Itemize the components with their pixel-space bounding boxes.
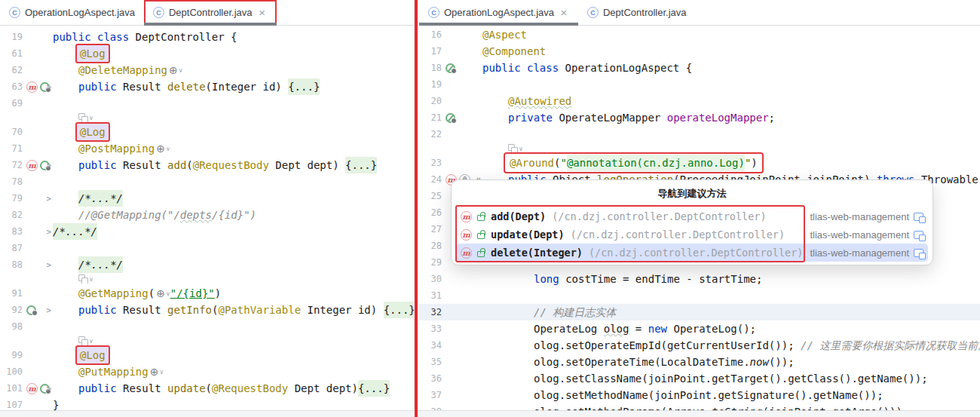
gutter: 20 bbox=[419, 93, 482, 109]
fold-marker[interactable]: > bbox=[46, 305, 51, 315]
fold-marker[interactable]: > bbox=[46, 384, 51, 394]
code-vision-icon[interactable] bbox=[78, 274, 88, 284]
gutter: 34 bbox=[419, 337, 482, 354]
code-line[interactable]: 33OperateLog olog = new OperateLog(); bbox=[419, 320, 980, 337]
code-line[interactable]: 16@Aspect bbox=[419, 26, 980, 43]
popup-method-row[interactable]: mdelete(Integer)(/cn.dzj.controller.Dept… bbox=[456, 244, 928, 262]
line-number: 28 bbox=[419, 241, 442, 251]
line-number: 34 bbox=[419, 340, 442, 351]
public-key-icon bbox=[477, 248, 485, 258]
chevron-down-icon[interactable]: ∨ bbox=[159, 369, 164, 376]
chevron-down-icon[interactable]: ∨ bbox=[166, 146, 170, 152]
popup-method-row[interactable]: mupdate(Dept)(/cn.dzj.controller.DeptCon… bbox=[456, 225, 928, 244]
line-number: 61 bbox=[0, 48, 23, 59]
chevron-down-icon[interactable]: ∨ bbox=[89, 115, 93, 121]
fold-marker[interactable]: > bbox=[46, 194, 51, 204]
chevron-down-icon[interactable]: ∨ bbox=[89, 338, 93, 345]
method-advice-icon[interactable]: m bbox=[26, 383, 38, 394]
tab-deptcontroller-java[interactable]: CDeptController.java bbox=[578, 0, 696, 25]
code-line[interactable]: 17@Component bbox=[419, 43, 980, 60]
spring-bean-icon[interactable] bbox=[446, 113, 455, 123]
tab-operationlogaspect-java[interactable]: COperationLogAspect.java bbox=[0, 0, 144, 25]
code-line[interactable]: 72m>public Result add(@RequestBody Dept … bbox=[0, 157, 414, 173]
code-line[interactable]: 79>/*...*/ bbox=[0, 190, 414, 207]
fold-marker[interactable]: > bbox=[46, 260, 51, 270]
spring-bean-icon[interactable] bbox=[26, 305, 36, 315]
code-line[interactable]: 70@Log bbox=[0, 124, 414, 140]
method-advice-icon[interactable]: m bbox=[461, 211, 472, 222]
code-line[interactable]: 31 bbox=[419, 287, 980, 304]
spring-bean-icon[interactable] bbox=[446, 63, 455, 73]
code-vision-icon[interactable] bbox=[78, 336, 88, 345]
code-content: ∨ bbox=[53, 274, 414, 284]
method-advice-icon[interactable]: m bbox=[461, 229, 472, 241]
code-segment: operateLogMapper bbox=[667, 109, 769, 126]
code-line[interactable]: 92>public Result getInfo(@PathVariable I… bbox=[0, 302, 414, 318]
chevron-down-icon[interactable]: ∨ bbox=[89, 276, 93, 283]
line-number: 23 bbox=[419, 158, 442, 168]
code-line[interactable]: 91@GetMapping(⊕∨"/{id}") bbox=[0, 285, 414, 302]
code-line[interactable]: 71@PostMapping⊕∨ bbox=[0, 140, 414, 157]
gutter: 99 bbox=[0, 347, 53, 363]
code-line[interactable]: 22 bbox=[419, 126, 980, 143]
code-line[interactable]: 87 bbox=[0, 240, 414, 256]
code-content: ∨ bbox=[53, 336, 414, 345]
fold-marker[interactable]: > bbox=[46, 227, 51, 237]
code-line[interactable]: 32// 构建日志实体 bbox=[419, 304, 980, 320]
code-line[interactable]: 34olog.setOperateEmpId(getCurrentUserId(… bbox=[419, 337, 980, 354]
code-line[interactable]: 62@DeleteMapping⊕∨ bbox=[0, 62, 414, 78]
code-content: public Result add(@RequestBody Dept dept… bbox=[53, 157, 414, 173]
code-segment: {...} bbox=[288, 78, 320, 95]
code-line[interactable]: 23@Around("@annotation(cn.dzj.anno.Log)"… bbox=[419, 155, 980, 171]
code-line[interactable]: 19 bbox=[419, 76, 980, 93]
code-line[interactable]: 18public class OperationLogAspect { bbox=[419, 60, 980, 76]
code-vision-icon[interactable] bbox=[78, 113, 88, 122]
code-content: public Result update(@RequestBody Dept d… bbox=[53, 380, 414, 397]
code-content: olog.setClassName(joinPoint.getTarget().… bbox=[482, 370, 980, 387]
code-line[interactable]: 20@Autowired bbox=[419, 93, 980, 109]
line-number: 29 bbox=[419, 257, 442, 268]
method-advice-icon[interactable]: m bbox=[26, 81, 38, 93]
code-line[interactable]: 69 bbox=[0, 95, 414, 112]
code-line[interactable]: 82//@GetMapping("/depts/{id}") bbox=[0, 207, 414, 223]
code-line[interactable]: 21private OperateLogMapper operateLogMap… bbox=[419, 109, 980, 126]
url-mapping-globe-icon[interactable]: ⊕ bbox=[156, 143, 165, 155]
code-line[interactable]: 100@PutMapping⊕∨ bbox=[0, 363, 414, 380]
tab-operationlogaspect-java[interactable]: COperationLogAspect.java× bbox=[419, 0, 578, 25]
url-mapping-globe-icon[interactable]: ⊕ bbox=[156, 287, 165, 299]
code-line[interactable]: 88>/*...*/ bbox=[0, 256, 414, 273]
url-mapping-globe-icon[interactable]: ⊕ bbox=[169, 64, 178, 76]
code-line[interactable]: 35olog.setOperateTime(LocalDateTime.now(… bbox=[419, 354, 980, 370]
code-line[interactable]: 63m>public Result delete(Integer id) {..… bbox=[0, 78, 414, 95]
code-line[interactable]: 37olog.setMethodName(joinPoint.getSignat… bbox=[419, 387, 980, 403]
close-icon[interactable]: × bbox=[257, 6, 268, 19]
method-advice-icon[interactable]: m bbox=[461, 247, 472, 259]
close-icon[interactable]: × bbox=[559, 6, 569, 19]
code-segment: Dept dept) bbox=[288, 380, 358, 397]
popup-method-row[interactable]: madd(Dept)(/cn.dzj.controller.DeptContro… bbox=[456, 207, 928, 225]
chevron-down-icon[interactable]: ∨ bbox=[519, 146, 523, 152]
method-advice-icon[interactable]: m bbox=[26, 160, 38, 171]
gutter: 92> bbox=[0, 302, 53, 318]
tab-deptcontroller-java[interactable]: CDeptController.java× bbox=[144, 0, 277, 25]
code-line[interactable]: 99@Log bbox=[0, 347, 414, 363]
chevron-down-icon[interactable]: ∨ bbox=[179, 67, 183, 74]
line-number: 22 bbox=[419, 129, 442, 140]
fold-marker[interactable]: > bbox=[46, 161, 51, 170]
code-content: /*...*/ bbox=[53, 256, 414, 273]
code-vision-inlay-line[interactable]: ∨ bbox=[0, 273, 414, 285]
code-line[interactable]: 30long costTime = endTime - startTime; bbox=[419, 271, 980, 287]
code-line[interactable]: 83>/*...*/ bbox=[0, 223, 414, 240]
code-line[interactable]: 61@Log bbox=[0, 45, 414, 62]
java-class-icon: C bbox=[9, 7, 20, 18]
code-segment: public class bbox=[53, 29, 136, 45]
code-line[interactable]: 36olog.setClassName(joinPoint.getTarget(… bbox=[419, 370, 980, 387]
code-line[interactable]: 78 bbox=[0, 173, 414, 190]
url-mapping-globe-icon[interactable]: ⊕ bbox=[150, 366, 159, 378]
method-path: (/cn.dzj.controller.DeptController) bbox=[571, 228, 785, 241]
fold-marker[interactable]: > bbox=[46, 82, 51, 92]
gutter: 98 bbox=[0, 318, 53, 335]
code-line[interactable]: 19public class DeptController { bbox=[0, 29, 414, 45]
code-line[interactable]: 98 bbox=[0, 318, 414, 335]
code-line[interactable]: 101m>public Result update(@RequestBody D… bbox=[0, 380, 414, 397]
